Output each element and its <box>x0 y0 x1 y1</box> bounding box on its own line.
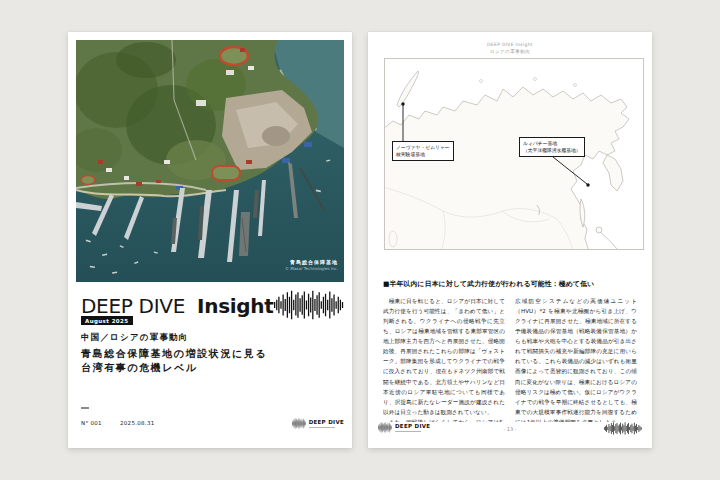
satellite-image: 青島総合保障基地 © Maxar Technologies Inc. <box>76 40 344 282</box>
map-label-rybachiy: ルィバチー基地 （太平洋艦隊潜水艦基地） <box>519 137 585 157</box>
report-category: 中国／ロシアの軍事動向 <box>81 332 189 344</box>
issue-meta: N° 001 2025.08.31 <box>81 420 154 426</box>
waveform-graphic <box>604 422 642 435</box>
report-subtitle-line1: 青島総合保障基地の増設状況に見る <box>81 347 267 361</box>
waveform-icon <box>292 418 306 429</box>
satellite-caption: 青島総合保障基地 <box>285 259 338 267</box>
page-title-accent: Insight <box>197 294 273 318</box>
map-label-line: ノーヴァヤ・ゼムリャー <box>396 144 450 152</box>
map-label-line: 核実験場基地 <box>396 151 450 159</box>
body-paragraph: 広域防空システムなどの高価値ユニット（HVU）*2 を極東や北極圏から引き上げ、… <box>515 296 637 422</box>
body-column-1: 極東に目を転じると、ロシアが日本に対して武力行使を行う可能性は、「きわめて低い」… <box>383 296 505 422</box>
page-title: DEEP DIVE Insight <box>81 294 274 318</box>
satellite-credit: © Maxar Technologies Inc. <box>285 266 338 272</box>
body-text: 極東に目を転じると、ロシアが日本に対して武力行使を行う可能性は、「きわめて低い」… <box>383 296 637 422</box>
logo-text-block: DEEP DIVE <box>309 419 344 428</box>
satellite-caption-block: 青島総合保障基地 © Maxar Technologies Inc. <box>285 259 338 273</box>
logo-tagline <box>309 427 335 429</box>
issue-number: N° 001 <box>81 420 102 426</box>
waveform-graphic <box>274 290 344 320</box>
body-column-2: 広域防空システムなどの高価値ユニット（HVU）*2 を極東や北極圏から引き上げ、… <box>515 296 637 422</box>
issue-date-badge: August 2025 <box>81 316 133 325</box>
issue-date: 2025.08.31 <box>120 420 155 426</box>
body-paragraph: 極東に目を転じると、ロシアが日本に対して武力行使を行う可能性は、「きわめて低い」… <box>383 296 505 417</box>
deepdive-logo: DEEP DIVE <box>292 418 344 429</box>
logo-text: DEEP DIVE <box>309 419 344 426</box>
running-header-subtitle: ロシアの軍事動向 <box>368 49 652 54</box>
divider <box>81 407 89 409</box>
map-label-novaya-zemlya: ノーヴァヤ・ゼムリャー 核実験場基地 <box>392 141 454 161</box>
report-subtitle-line2: 台湾有事の危機レベル <box>81 361 198 375</box>
desktop-background: 青島総合保障基地 © Maxar Technologies Inc. DEEP … <box>0 0 720 480</box>
running-header-title: DEEP DIVE Insight <box>368 42 652 47</box>
map-label-line: ルィバチー基地 <box>523 140 581 148</box>
page-title-main: DEEP DIVE <box>81 294 185 318</box>
satellite-graphic <box>76 40 344 282</box>
report-cover-page: 青島総合保障基地 © Maxar Technologies Inc. DEEP … <box>68 32 352 448</box>
map-label-line: （太平洋艦隊潜水艦基地） <box>523 147 581 155</box>
report-content-page: DEEP DIVE Insight ロシアの軍事動向 <box>368 32 652 448</box>
section-heading: ■半年以内に日本に対して武力行使が行われる可能性：極めて低い <box>383 279 594 289</box>
russia-map: ノーヴァヤ・ゼムリャー 核実験場基地 ルィバチー基地 （太平洋艦隊潜水艦基地） <box>384 58 644 250</box>
